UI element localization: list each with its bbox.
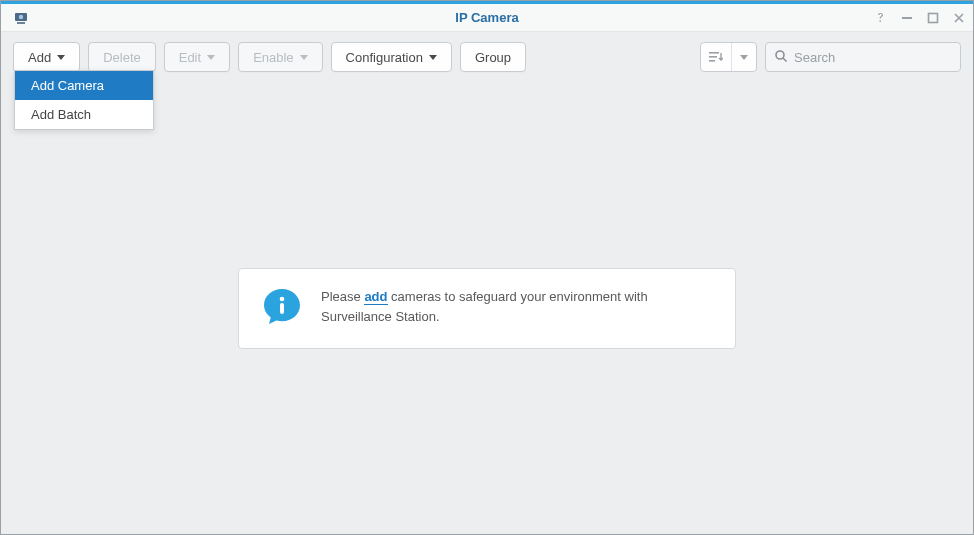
add-link[interactable]: add xyxy=(364,289,387,305)
empty-state-message: Please add cameras to safeguard your env… xyxy=(321,287,648,329)
caret-icon xyxy=(207,55,215,60)
delete-button: Delete xyxy=(88,42,156,72)
svg-rect-3 xyxy=(902,17,912,19)
search-input[interactable] xyxy=(794,50,952,65)
svg-rect-5 xyxy=(709,52,719,54)
caret-icon xyxy=(300,55,308,60)
group-button-label: Group xyxy=(475,50,511,65)
app-icon xyxy=(13,10,29,26)
edit-button-label: Edit xyxy=(179,50,201,65)
svg-point-8 xyxy=(776,51,784,59)
configuration-button-label: Configuration xyxy=(346,50,423,65)
enable-button-label: Enable xyxy=(253,50,293,65)
minimize-icon[interactable] xyxy=(901,12,913,24)
svg-line-9 xyxy=(783,58,787,62)
titlebar: IP Camera xyxy=(1,4,973,32)
empty-text-suffix1: cameras to safeguard your environment wi… xyxy=(388,289,648,304)
app-window: IP Camera Add Delete Edit xyxy=(0,0,974,535)
svg-rect-4 xyxy=(929,13,938,22)
maximize-icon[interactable] xyxy=(927,12,939,24)
delete-button-label: Delete xyxy=(103,50,141,65)
add-button-label: Add xyxy=(28,50,51,65)
help-icon[interactable] xyxy=(875,12,887,24)
svg-rect-11 xyxy=(280,303,284,314)
content-area: Please add cameras to safeguard your env… xyxy=(1,82,973,534)
group-button[interactable]: Group xyxy=(460,42,526,72)
empty-text-line2: Surveillance Station. xyxy=(321,309,440,324)
svg-rect-2 xyxy=(17,22,25,24)
svg-rect-7 xyxy=(709,60,715,62)
window-title: IP Camera xyxy=(455,10,518,25)
caret-icon xyxy=(731,43,756,71)
svg-point-1 xyxy=(19,14,23,18)
empty-state-card: Please add cameras to safeguard your env… xyxy=(238,268,736,349)
caret-icon xyxy=(429,55,437,60)
edit-button: Edit xyxy=(164,42,230,72)
sort-lines-icon xyxy=(701,43,731,71)
caret-icon xyxy=(57,55,65,60)
search-icon xyxy=(774,49,788,66)
enable-button: Enable xyxy=(238,42,322,72)
svg-rect-6 xyxy=(709,56,717,58)
info-icon xyxy=(261,287,303,330)
configuration-button[interactable]: Configuration xyxy=(331,42,452,72)
svg-point-10 xyxy=(280,296,285,301)
search-box[interactable] xyxy=(765,42,961,72)
sort-button[interactable] xyxy=(700,42,757,72)
empty-text-prefix: Please xyxy=(321,289,364,304)
add-button[interactable]: Add xyxy=(13,42,80,72)
close-icon[interactable] xyxy=(953,12,965,24)
